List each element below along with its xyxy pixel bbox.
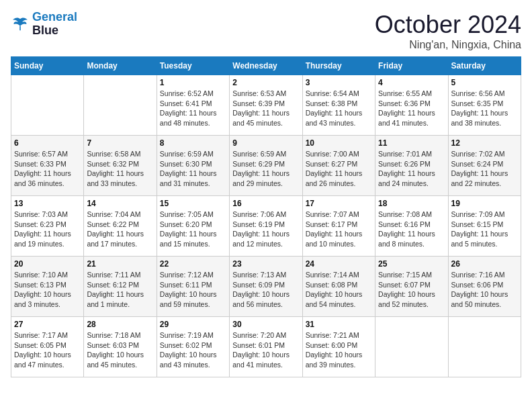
day-info: Sunrise: 7:08 AMSunset: 6:16 PMDaylight:…	[378, 210, 445, 249]
week-row-5: 27Sunrise: 7:17 AMSunset: 6:05 PMDayligh…	[11, 317, 521, 377]
calendar-cell: 14Sunrise: 7:04 AMSunset: 6:22 PMDayligh…	[84, 196, 157, 257]
calendar-cell: 13Sunrise: 7:03 AMSunset: 6:23 PMDayligh…	[11, 196, 84, 257]
day-number: 23	[232, 259, 299, 269]
location: Ning'an, Ningxia, China	[375, 39, 521, 51]
day-number: 31	[306, 320, 372, 329]
day-number: 28	[87, 320, 153, 329]
day-number: 9	[232, 138, 299, 148]
day-info: Sunrise: 6:53 AMSunset: 6:39 PMDaylight:…	[232, 89, 299, 128]
day-number: 16	[232, 199, 299, 208]
weekday-header-row: SundayMondayTuesdayWednesdayThursdayFrid…	[11, 57, 521, 75]
day-number: 1	[160, 78, 226, 87]
weekday-monday: Monday	[84, 57, 157, 75]
calendar-cell	[84, 75, 157, 136]
weekday-sunday: Sunday	[11, 57, 84, 75]
day-number: 13	[14, 199, 81, 208]
day-number: 3	[306, 78, 372, 87]
calendar-cell: 31Sunrise: 7:21 AMSunset: 6:00 PMDayligh…	[302, 317, 375, 377]
calendar-cell: 7Sunrise: 6:58 AMSunset: 6:32 PMDaylight…	[84, 136, 157, 196]
day-info: Sunrise: 7:21 AMSunset: 6:00 PMDaylight:…	[306, 330, 372, 370]
calendar-cell: 3Sunrise: 6:54 AMSunset: 6:38 PMDaylight…	[302, 75, 375, 136]
day-info: Sunrise: 6:59 AMSunset: 6:30 PMDaylight:…	[160, 149, 226, 189]
calendar-table: SundayMondayTuesdayWednesdayThursdayFrid…	[11, 56, 521, 377]
day-info: Sunrise: 7:10 AMSunset: 6:13 PMDaylight:…	[14, 270, 81, 310]
day-number: 5	[451, 78, 518, 87]
day-number: 29	[160, 320, 226, 329]
calendar-cell: 4Sunrise: 6:55 AMSunset: 6:36 PMDaylight…	[375, 75, 448, 136]
day-info: Sunrise: 6:52 AMSunset: 6:41 PMDaylight:…	[160, 89, 226, 128]
calendar-cell	[375, 317, 448, 377]
calendar-cell	[11, 75, 84, 136]
day-info: Sunrise: 6:59 AMSunset: 6:29 PMDaylight:…	[232, 149, 299, 189]
day-info: Sunrise: 6:57 AMSunset: 6:33 PMDaylight:…	[14, 149, 81, 189]
day-number: 17	[306, 199, 372, 208]
day-info: Sunrise: 6:54 AMSunset: 6:38 PMDaylight:…	[306, 89, 372, 128]
weekday-tuesday: Tuesday	[157, 57, 229, 75]
calendar-cell: 6Sunrise: 6:57 AMSunset: 6:33 PMDaylight…	[11, 136, 84, 196]
day-info: Sunrise: 7:04 AMSunset: 6:22 PMDaylight:…	[87, 210, 153, 249]
calendar-cell: 16Sunrise: 7:06 AMSunset: 6:19 PMDayligh…	[230, 196, 302, 257]
day-number: 26	[451, 259, 518, 269]
day-number: 15	[160, 199, 226, 208]
day-info: Sunrise: 7:00 AMSunset: 6:27 PMDaylight:…	[306, 149, 372, 189]
calendar-cell: 20Sunrise: 7:10 AMSunset: 6:13 PMDayligh…	[11, 257, 84, 317]
day-info: Sunrise: 7:14 AMSunset: 6:08 PMDaylight:…	[306, 270, 372, 310]
calendar-cell: 25Sunrise: 7:15 AMSunset: 6:07 PMDayligh…	[375, 257, 448, 317]
day-info: Sunrise: 7:07 AMSunset: 6:17 PMDaylight:…	[306, 210, 372, 249]
calendar-cell: 19Sunrise: 7:09 AMSunset: 6:15 PMDayligh…	[448, 196, 521, 257]
day-number: 24	[306, 259, 372, 269]
day-number: 8	[160, 138, 226, 148]
calendar-cell: 22Sunrise: 7:12 AMSunset: 6:11 PMDayligh…	[157, 257, 229, 317]
day-info: Sunrise: 6:56 AMSunset: 6:35 PMDaylight:…	[451, 89, 518, 128]
day-info: Sunrise: 6:55 AMSunset: 6:36 PMDaylight:…	[378, 89, 445, 128]
day-number: 18	[378, 199, 445, 208]
day-number: 19	[451, 199, 518, 208]
calendar-cell: 17Sunrise: 7:07 AMSunset: 6:17 PMDayligh…	[302, 196, 375, 257]
calendar-cell: 1Sunrise: 6:52 AMSunset: 6:41 PMDaylight…	[157, 75, 229, 136]
logo-text: General Blue	[32, 11, 77, 38]
calendar-cell: 23Sunrise: 7:13 AMSunset: 6:09 PMDayligh…	[230, 257, 302, 317]
calendar-cell: 11Sunrise: 7:01 AMSunset: 6:26 PMDayligh…	[375, 136, 448, 196]
day-number: 14	[87, 199, 153, 208]
day-number: 30	[232, 320, 299, 329]
day-number: 11	[378, 138, 445, 148]
title-block: October 2024 Ning'an, Ningxia, China	[375, 11, 521, 51]
day-info: Sunrise: 7:16 AMSunset: 6:06 PMDaylight:…	[451, 270, 518, 310]
calendar-cell: 26Sunrise: 7:16 AMSunset: 6:06 PMDayligh…	[448, 257, 521, 317]
day-number: 25	[378, 259, 445, 269]
day-number: 7	[87, 138, 153, 148]
calendar-cell: 29Sunrise: 7:19 AMSunset: 6:02 PMDayligh…	[157, 317, 229, 377]
logo: General Blue	[11, 11, 77, 38]
calendar-cell: 27Sunrise: 7:17 AMSunset: 6:05 PMDayligh…	[11, 317, 84, 377]
day-number: 27	[14, 320, 81, 329]
day-info: Sunrise: 7:01 AMSunset: 6:26 PMDaylight:…	[378, 149, 445, 189]
day-info: Sunrise: 7:02 AMSunset: 6:24 PMDaylight:…	[451, 149, 518, 189]
calendar-cell: 9Sunrise: 6:59 AMSunset: 6:29 PMDaylight…	[230, 136, 302, 196]
day-info: Sunrise: 7:13 AMSunset: 6:09 PMDaylight:…	[232, 270, 299, 310]
weekday-thursday: Thursday	[302, 57, 375, 75]
calendar-cell: 30Sunrise: 7:20 AMSunset: 6:01 PMDayligh…	[230, 317, 302, 377]
day-info: Sunrise: 7:06 AMSunset: 6:19 PMDaylight:…	[232, 210, 299, 249]
week-row-3: 13Sunrise: 7:03 AMSunset: 6:23 PMDayligh…	[11, 196, 521, 257]
week-row-4: 20Sunrise: 7:10 AMSunset: 6:13 PMDayligh…	[11, 257, 521, 317]
day-info: Sunrise: 7:20 AMSunset: 6:01 PMDaylight:…	[232, 330, 299, 370]
day-number: 21	[87, 259, 153, 269]
weekday-friday: Friday	[375, 57, 448, 75]
day-info: Sunrise: 7:05 AMSunset: 6:20 PMDaylight:…	[160, 210, 226, 249]
day-number: 6	[14, 138, 81, 148]
calendar-cell	[448, 317, 521, 377]
calendar-cell: 5Sunrise: 6:56 AMSunset: 6:35 PMDaylight…	[448, 75, 521, 136]
day-info: Sunrise: 7:19 AMSunset: 6:02 PMDaylight:…	[160, 330, 226, 370]
day-info: Sunrise: 7:03 AMSunset: 6:23 PMDaylight:…	[14, 210, 81, 249]
calendar-body: 1Sunrise: 6:52 AMSunset: 6:41 PMDaylight…	[11, 75, 521, 377]
day-number: 20	[14, 259, 81, 269]
calendar-cell: 15Sunrise: 7:05 AMSunset: 6:20 PMDayligh…	[157, 196, 229, 257]
month-title: October 2024	[375, 11, 521, 39]
day-info: Sunrise: 7:15 AMSunset: 6:07 PMDaylight:…	[378, 270, 445, 310]
day-info: Sunrise: 7:11 AMSunset: 6:12 PMDaylight:…	[87, 270, 153, 310]
calendar-cell: 2Sunrise: 6:53 AMSunset: 6:39 PMDaylight…	[230, 75, 302, 136]
calendar-cell: 12Sunrise: 7:02 AMSunset: 6:24 PMDayligh…	[448, 136, 521, 196]
day-number: 10	[306, 138, 372, 148]
weekday-wednesday: Wednesday	[230, 57, 302, 75]
day-number: 4	[378, 78, 445, 87]
